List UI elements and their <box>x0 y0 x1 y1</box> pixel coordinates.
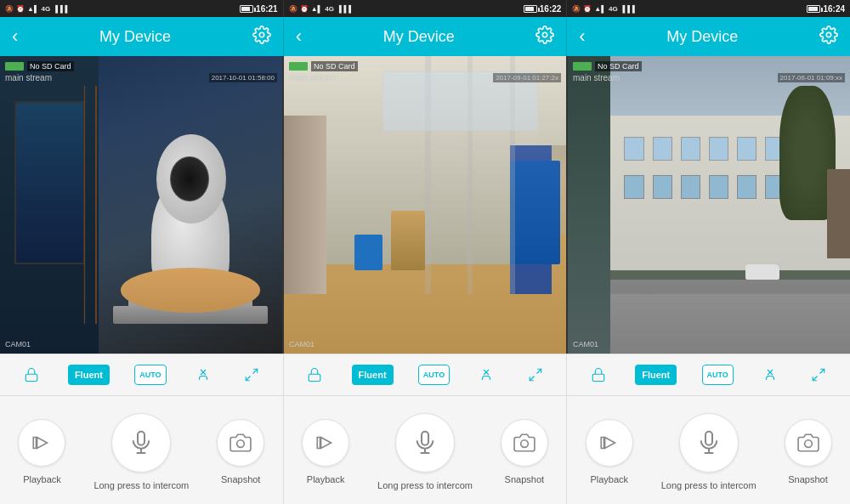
cam-label-3: CAM01 <box>573 340 598 348</box>
feed-panel-1[interactable]: No SD Card main stream 2017-10-01 01:58:… <box>0 56 284 354</box>
playback-button-1[interactable]: Playback <box>18 419 65 485</box>
action-panel-1: Playback Long press to intercom Snapsh <box>0 396 284 504</box>
playback-label-3: Playback <box>590 473 628 485</box>
header-panel-3: ‹ My Device <box>567 17 850 56</box>
status-icons-3: 🔕 ⏰ ▲▌ 4G ▐▐▐ <box>572 5 634 13</box>
svg-line-6 <box>253 369 258 373</box>
camera-feed-1 <box>0 56 282 354</box>
action-panel-3: Playback Long press to intercom Snapsh <box>567 396 850 504</box>
expand-button-1[interactable] <box>240 363 264 387</box>
svg-rect-22 <box>422 432 428 445</box>
header-title-1: My Device <box>99 28 171 46</box>
svg-rect-18 <box>138 432 144 445</box>
back-button-1[interactable]: ‹ <box>12 27 18 46</box>
header-panel-1: ‹ My Device <box>0 17 284 56</box>
time-display-3: 16:24 <box>823 4 845 14</box>
intercom-button-3[interactable]: Long press to intercom <box>661 413 756 491</box>
battery-icon-1 <box>240 5 253 13</box>
playback-icon-circle-3 <box>586 419 633 467</box>
clip-button-1[interactable] <box>191 363 215 387</box>
status-panel-3: 🔕 ⏰ ▲▌ 4G ▐▐▐ 16:24 <box>567 0 850 17</box>
back-button-2[interactable]: ‹ <box>296 27 302 46</box>
control-panel-1: Fluent AUTO <box>0 354 284 395</box>
feed-panel-3[interactable]: No SD Card main stream 2017-06-01 01:09:… <box>568 56 850 354</box>
snapshot-icon-circle-2 <box>501 419 548 467</box>
camera-feed-3 <box>568 56 850 354</box>
intercom-button-1[interactable]: Long press to intercom <box>94 413 189 491</box>
svg-point-29 <box>804 440 812 448</box>
clip-button-3[interactable] <box>758 363 782 387</box>
expand-button-2[interactable] <box>524 363 547 387</box>
time-display-2: 16:22 <box>540 4 562 14</box>
lock-button-3[interactable] <box>586 363 610 387</box>
header-title-3: My Device <box>666 28 738 46</box>
status-bar: 🔕 ⏰ ▲▌ 4G ▐▐▐ 16:21 🔕 ⏰ ▲▌ 4G ▐▐▐ 16:22 … <box>0 0 850 17</box>
status-icons-2: 🔕 ⏰ ▲▌ 4G ▐▐▐ <box>289 5 351 13</box>
svg-point-21 <box>237 440 245 448</box>
fluent-button-1[interactable]: Fluent <box>68 365 110 385</box>
control-panel-3: Fluent AUTO <box>567 354 850 395</box>
svg-point-25 <box>521 440 529 448</box>
sd-text-2: No SD Card <box>311 61 358 71</box>
sd-text-3: No SD Card <box>595 61 642 71</box>
svg-point-0 <box>259 32 264 37</box>
svg-line-17 <box>813 377 818 381</box>
sd-indicator-1 <box>5 62 24 71</box>
feed-panel-2[interactable]: No SD Card main stream 2017-09-01 01:27:… <box>284 56 568 354</box>
svg-line-12 <box>530 377 534 381</box>
intercom-icon-circle-1 <box>111 413 171 473</box>
sd-text-1: No SD Card <box>27 61 74 71</box>
feeds-row: No SD Card main stream 2017-10-01 01:58:… <box>0 56 850 354</box>
battery-icon-3 <box>807 5 820 13</box>
snapshot-button-2[interactable]: Snapshot <box>501 419 548 485</box>
playback-button-3[interactable]: Playback <box>586 419 633 485</box>
stream-label-3: main stream <box>573 73 620 82</box>
auto-button-1[interactable]: AUTO <box>134 365 166 385</box>
snapshot-label-2: Snapshot <box>505 473 544 485</box>
fluent-button-2[interactable]: Fluent <box>352 365 394 385</box>
control-panel-2: Fluent AUTO <box>284 354 568 395</box>
playback-label-2: Playback <box>307 473 345 485</box>
battery-icon-2 <box>524 5 537 13</box>
fluent-button-3[interactable]: Fluent <box>635 365 677 385</box>
cam-label-2: CAM01 <box>289 340 314 348</box>
settings-button-1[interactable] <box>252 25 271 48</box>
snapshot-label-1: Snapshot <box>221 473 260 485</box>
status-panel-2: 🔕 ⏰ ▲▌ 4G ▐▐▐ 16:22 <box>284 0 568 17</box>
snapshot-button-3[interactable]: Snapshot <box>785 419 832 485</box>
playback-button-2[interactable]: Playback <box>302 419 349 485</box>
auto-button-2[interactable]: AUTO <box>418 365 450 385</box>
expand-button-3[interactable] <box>807 363 830 387</box>
sd-indicator-3 <box>573 62 592 71</box>
sd-badge-3: No SD Card <box>573 61 642 71</box>
snapshot-icon-circle-3 <box>785 419 832 467</box>
snapshot-button-1[interactable]: Snapshot <box>217 419 264 485</box>
clip-button-2[interactable] <box>474 363 498 387</box>
status-right-3: 16:24 <box>805 4 845 14</box>
svg-rect-3 <box>26 374 37 381</box>
lock-button-2[interactable] <box>303 363 326 387</box>
intercom-label-3: Long press to intercom <box>661 479 756 491</box>
svg-rect-26 <box>706 432 712 445</box>
settings-button-2[interactable] <box>536 25 554 48</box>
timestamp-3: 2017-06-01 01:09:xx <box>778 73 845 82</box>
sd-indicator-2 <box>289 62 308 71</box>
action-panel-2: Playback Long press to intercom Snapsh <box>284 396 568 504</box>
stream-label-2: main stream <box>289 73 336 82</box>
snapshot-icon-circle-1 <box>217 419 264 467</box>
lock-button-1[interactable] <box>20 363 43 387</box>
controls-row: Fluent AUTO Fluent AUTO Fluent AUTO <box>0 354 850 396</box>
playback-icon-circle-2 <box>302 419 349 467</box>
status-right-2: 16:22 <box>522 4 562 14</box>
back-button-3[interactable]: ‹ <box>579 27 585 46</box>
intercom-button-2[interactable]: Long press to intercom <box>377 413 473 491</box>
svg-point-1 <box>543 32 548 37</box>
svg-line-7 <box>246 377 250 381</box>
settings-button-3[interactable] <box>819 25 838 48</box>
playback-label-1: Playback <box>23 473 61 485</box>
auto-button-3[interactable]: AUTO <box>702 365 734 385</box>
cam-label-1: CAM01 <box>5 340 31 348</box>
timestamp-2: 2017-09-01 01:27:2x <box>493 73 561 82</box>
intercom-label-2: Long press to intercom <box>377 479 473 491</box>
sd-badge-1: No SD Card <box>5 61 74 71</box>
